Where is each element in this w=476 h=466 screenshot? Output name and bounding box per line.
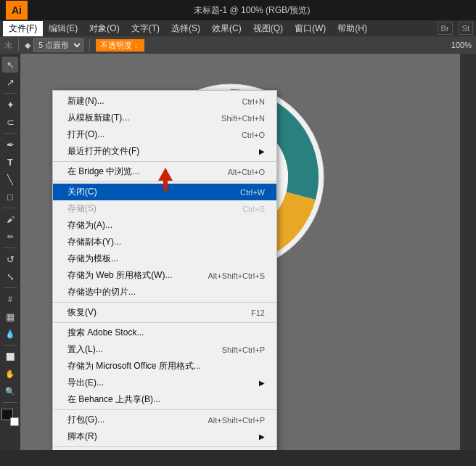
menu-save-web-label: 存储为 Web 所用格式(W)... xyxy=(67,269,172,282)
menu-view[interactable]: 视图(Q) xyxy=(247,21,289,36)
pen-tool[interactable]: ✒ xyxy=(2,136,18,152)
menu-object[interactable]: 对象(O) xyxy=(83,21,125,36)
menu-close-shortcut: Ctrl+W xyxy=(240,188,265,197)
menu-package[interactable]: 打包(G)... Alt+Shift+Ctrl+P xyxy=(53,412,276,428)
pencil-tool[interactable]: ✏ xyxy=(2,229,18,245)
rect-tool[interactable]: □ xyxy=(2,189,18,205)
sep4 xyxy=(53,322,276,323)
lasso-tool[interactable]: ⊂ xyxy=(2,114,18,130)
menu-save-template[interactable]: 存储为模板... xyxy=(53,250,276,267)
toolbar-sep2 xyxy=(89,39,90,51)
menu-save-slices-label: 存储选中的切片... xyxy=(67,286,136,298)
menu-new-shortcut: Ctrl+N xyxy=(242,97,265,106)
menu-recent-label: 最近打开的文件(F) xyxy=(67,145,139,158)
toolbar: 未 ◆ 5 点圆形 不透明度： 100% xyxy=(0,36,476,54)
shape-select[interactable]: 5 点圆形 xyxy=(33,38,83,52)
sep2 xyxy=(53,181,276,182)
menu-open-shortcut: Ctrl+O xyxy=(242,131,265,139)
tool-sep4 xyxy=(3,248,17,248)
main-area: ↖ ↗ ✦ ⊂ ✒ T ╲ □ 🖌 ✏ ↺ ⤡ # ▦ 💧 ⬜ ✋ 🔍 xyxy=(0,54,476,450)
menu-stock[interactable]: 搜索 Adobe Stock... xyxy=(53,324,276,341)
background-color[interactable] xyxy=(10,417,19,426)
tool-sep1 xyxy=(3,93,17,94)
tool-sep3 xyxy=(3,208,17,208)
tool-sep7 xyxy=(3,402,17,403)
direct-selection-tool[interactable]: ↗ xyxy=(2,74,18,90)
right-panel xyxy=(460,54,476,450)
menu-save-office[interactable]: 存储为 Microsoft Office 所用格式... xyxy=(53,358,276,375)
menu-window[interactable]: 窗口(W) xyxy=(289,21,332,36)
menu-export-label: 导出(E)... xyxy=(67,377,104,389)
menu-save-as-label: 存储为(A)... xyxy=(67,219,112,232)
menu-place[interactable]: 置入(L)... Shift+Ctrl+P xyxy=(53,341,276,358)
magic-wand-tool[interactable]: ✦ xyxy=(2,97,18,113)
gradient-tool[interactable]: ▦ xyxy=(2,308,18,324)
hand-tool[interactable]: ✋ xyxy=(2,366,18,382)
type-tool[interactable]: T xyxy=(2,154,18,170)
menu-save-copy[interactable]: 存储副本(Y)... xyxy=(53,234,276,250)
menu-save-slices[interactable]: 存储选中的切片... xyxy=(53,284,276,301)
zoom-percent: 100% xyxy=(451,41,472,49)
menu-revert[interactable]: 恢复(V) F12 xyxy=(53,304,276,321)
menu-text[interactable]: 文字(T) xyxy=(126,21,165,36)
zoom-tool[interactable]: 🔍 xyxy=(2,383,18,399)
menu-save-office-label: 存储为 Microsoft Office 所用格式... xyxy=(67,360,201,372)
sep3 xyxy=(53,302,276,303)
eyedropper-tool[interactable]: 💧 xyxy=(2,326,18,342)
bridge-btn[interactable]: Br xyxy=(438,22,453,35)
rotate-tool[interactable]: ↺ xyxy=(2,251,18,267)
menubar: 文件(F) 编辑(E) 对象(O) 文字(T) 选择(S) 效果(C) 视图(Q… xyxy=(0,20,476,36)
file-menu-dropdown: 新建(N)... Ctrl+N 从模板新建(T)... Shift+Ctrl+N… xyxy=(52,90,277,450)
brush-tool[interactable]: 🖌 xyxy=(2,211,18,227)
menu-close[interactable]: 关闭(C) Ctrl+W xyxy=(53,184,276,200)
menu-help[interactable]: 帮助(H) xyxy=(332,21,373,36)
menu-new[interactable]: 新建(N)... Ctrl+N xyxy=(53,93,276,110)
menu-new-template-shortcut: Shift+Ctrl+N xyxy=(221,114,265,123)
menu-new-label: 新建(N)... xyxy=(67,95,104,107)
menu-save-template-label: 存储为模板... xyxy=(67,253,118,265)
artboard-tool[interactable]: ⬜ xyxy=(2,348,18,364)
menu-recent-arrow: ▶ xyxy=(259,147,265,155)
line-tool[interactable]: ╲ xyxy=(2,171,18,187)
color-swatches[interactable] xyxy=(1,409,19,426)
menu-save[interactable]: 存储(S) Ctrl+S xyxy=(53,200,276,217)
menu-scripts-label: 脚本(R) xyxy=(67,430,97,443)
menu-new-template[interactable]: 从模板新建(T)... Shift+Ctrl+N xyxy=(53,110,276,126)
menu-export-arrow: ▶ xyxy=(259,379,265,387)
menu-behance-label: 在 Behance 上共享(B)... xyxy=(67,393,160,406)
toolbar-sep1 xyxy=(18,39,19,51)
menu-package-shortcut: Alt+Shift+Ctrl+P xyxy=(208,416,265,425)
menu-behance[interactable]: 在 Behance 上共享(B)... xyxy=(53,391,276,408)
stock-btn[interactable]: St xyxy=(459,22,473,35)
menu-effect[interactable]: 效果(C) xyxy=(206,21,247,36)
tool-sep6 xyxy=(3,345,17,346)
menu-stock-label: 搜索 Adobe Stock... xyxy=(67,327,144,339)
menu-save-web[interactable]: 存储为 Web 所用格式(W)... Alt+Shift+Ctrl+S xyxy=(53,267,276,284)
selection-tool[interactable]: ↖ xyxy=(2,57,18,73)
titlebar: Ai 未标题-1 @ 100% (RGB/预览) xyxy=(0,0,476,20)
menu-select[interactable]: 选择(S) xyxy=(165,21,206,36)
sep5 xyxy=(53,409,276,410)
menu-place-shortcut: Shift+Ctrl+P xyxy=(222,346,265,354)
menu-recent[interactable]: 最近打开的文件(F) ▶ xyxy=(53,143,276,160)
menu-save-label: 存储(S) xyxy=(67,203,97,215)
menu-bridge-shortcut: Alt+Ctrl+O xyxy=(228,168,265,176)
menu-package-label: 打包(G)... xyxy=(67,414,104,426)
menu-new-template-label: 从模板新建(T)... xyxy=(67,112,129,124)
menu-bridge-label: 在 Bridge 中浏览... xyxy=(67,165,139,178)
sep1 xyxy=(53,161,276,162)
menu-save-shortcut: Ctrl+S xyxy=(242,205,265,213)
mesh-tool[interactable]: # xyxy=(2,291,18,307)
menu-bridge[interactable]: 在 Bridge 中浏览... Alt+Ctrl+O xyxy=(53,163,276,180)
menu-scripts-arrow: ▶ xyxy=(259,433,265,441)
undo-label: 未 xyxy=(4,40,12,51)
menu-file[interactable]: 文件(F) xyxy=(3,21,43,36)
menu-scripts[interactable]: 脚本(R) ▶ xyxy=(53,428,276,445)
menu-save-copy-label: 存储副本(Y)... xyxy=(67,236,121,248)
menu-doc-settings[interactable]: 文档设置(D)... Alt+Ctrl+P xyxy=(53,449,276,450)
menu-export[interactable]: 导出(E)... ▶ xyxy=(53,375,276,391)
menu-edit[interactable]: 编辑(E) xyxy=(43,21,83,36)
scale-tool[interactable]: ⤡ xyxy=(2,269,18,285)
menu-save-as[interactable]: 存储为(A)... xyxy=(53,217,276,234)
menu-open[interactable]: 打开(O)... Ctrl+O xyxy=(53,126,276,143)
